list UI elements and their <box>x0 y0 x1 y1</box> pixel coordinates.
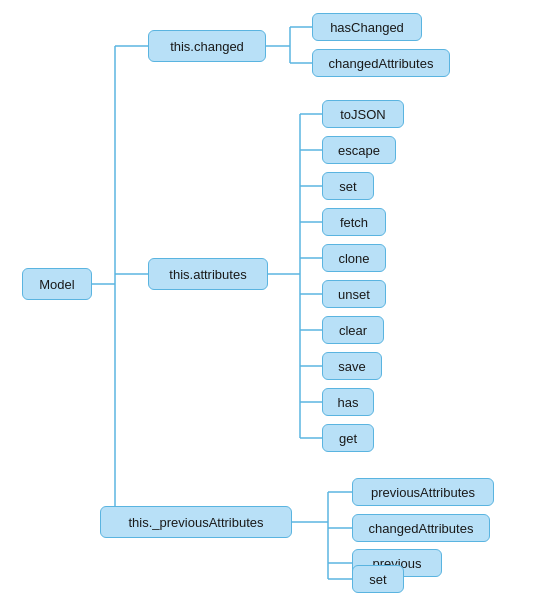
save-node: save <box>322 352 382 380</box>
has-label: has <box>338 395 359 410</box>
escape-node: escape <box>322 136 396 164</box>
to-json-node: toJSON <box>322 100 404 128</box>
fetch-label: fetch <box>340 215 368 230</box>
unset-label: unset <box>338 287 370 302</box>
this-previous-node: this._previousAttributes <box>100 506 292 538</box>
has-changed-node: hasChanged <box>312 13 422 41</box>
fetch-node: fetch <box>322 208 386 236</box>
model-node: Model <box>22 268 92 300</box>
set-label: set <box>339 179 356 194</box>
clone-label: clone <box>338 251 369 266</box>
changed-attributes-1-node: changedAttributes <box>312 49 450 77</box>
changed-attributes-2-label: changedAttributes <box>369 521 474 536</box>
model-label: Model <box>39 277 74 292</box>
to-json-label: toJSON <box>340 107 386 122</box>
previous-attributes-node: previousAttributes <box>352 478 494 506</box>
this-attributes-label: this.attributes <box>169 267 246 282</box>
unset-node: unset <box>322 280 386 308</box>
clear-node: clear <box>322 316 384 344</box>
set3-node: set <box>352 565 404 593</box>
get-node: get <box>322 424 374 452</box>
clone-node: clone <box>322 244 386 272</box>
changed-attributes-1-label: changedAttributes <box>329 56 434 71</box>
this-previous-label: this._previousAttributes <box>128 515 263 530</box>
set-node: set <box>322 172 374 200</box>
this-changed-node: this.changed <box>148 30 266 62</box>
save-label: save <box>338 359 365 374</box>
escape-label: escape <box>338 143 380 158</box>
has-node: has <box>322 388 374 416</box>
previous-attributes-label: previousAttributes <box>371 485 475 500</box>
get-label: get <box>339 431 357 446</box>
set3-label: set <box>369 572 386 587</box>
changed-attributes-2-node: changedAttributes <box>352 514 490 542</box>
this-attributes-node: this.attributes <box>148 258 268 290</box>
this-changed-label: this.changed <box>170 39 244 54</box>
has-changed-label: hasChanged <box>330 20 404 35</box>
clear-label: clear <box>339 323 367 338</box>
